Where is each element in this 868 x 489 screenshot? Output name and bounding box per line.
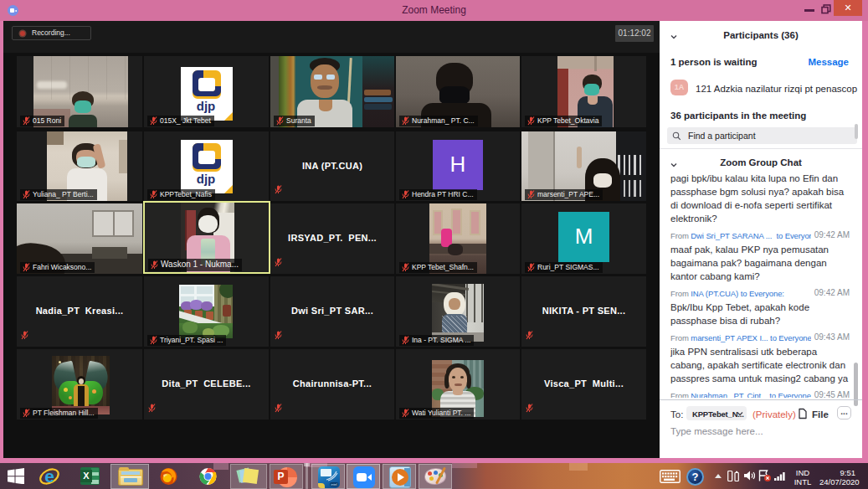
svg-text:e: e — [44, 466, 54, 486]
